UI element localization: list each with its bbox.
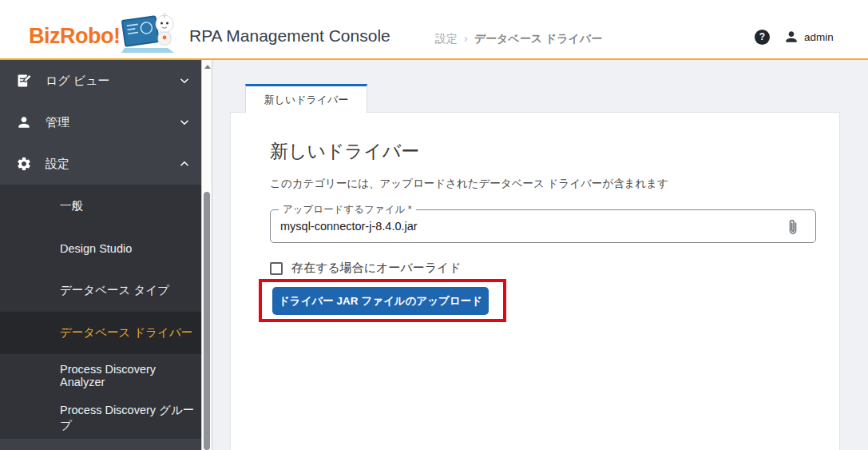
gear-icon — [16, 156, 32, 172]
breadcrumb: 設定›データベース ドライバー — [435, 32, 602, 46]
main-content: 新しいドライバー 新しいドライバー このカテゴリーには、アップロードされたデータ… — [212, 60, 868, 450]
user-name: admin — [804, 31, 834, 43]
user-icon — [16, 114, 32, 130]
sidebar-item-process-discovery-analyzer[interactable]: Process Discovery Analyzer — [0, 354, 201, 396]
scrollbar-up-arrow-icon[interactable] — [204, 65, 211, 69]
override-option[interactable]: 存在する場合にオーバーライド — [270, 261, 462, 276]
sidebar-item-design-studio[interactable]: Design Studio — [0, 227, 201, 269]
breadcrumb-current: データベース ドライバー — [474, 32, 603, 45]
chevron-down-icon — [179, 75, 190, 86]
sidebar-item-process-discovery-groups[interactable]: Process Discovery グループ — [0, 396, 201, 439]
sidebar-item-admin[interactable]: 管理 — [0, 102, 201, 143]
override-checkbox[interactable] — [270, 262, 283, 275]
app-header: BizRobo! RPA Management Console 設定›データベー… — [0, 0, 868, 58]
sidebar-item-label: 管理 — [46, 115, 179, 130]
sidebar-item-settings[interactable]: 設定 — [0, 143, 201, 185]
bizrobo-mascot-image — [118, 11, 180, 56]
chevron-up-icon — [179, 158, 190, 169]
sidebar-item-label: ログ ビュー — [46, 74, 179, 89]
content-panel: 新しいドライバー このカテゴリーには、アップロードされたデータベース ドライバー… — [230, 112, 840, 450]
sidebar-item-label: 設定 — [46, 157, 179, 172]
page-title: 新しいドライバー — [270, 139, 419, 164]
sidebar: ログ ビュー 管理 設定 一般 Design Studio — [0, 60, 201, 450]
category-description: このカテゴリーには、アップロードされたデータベース ドライバーが含まれます — [270, 177, 668, 191]
breadcrumb-parent[interactable]: 設定 — [435, 32, 458, 45]
sidebar-item-database-drivers[interactable]: データベース ドライバー — [0, 312, 201, 354]
sidebar-item-log-view[interactable]: ログ ビュー — [0, 60, 201, 102]
settings-submenu: 一般 Design Studio データベース タイプ データベース ドライバー… — [0, 185, 201, 439]
breadcrumb-separator-icon: › — [464, 32, 468, 45]
rpa-management-console: BizRobo! RPA Management Console 設定›データベー… — [0, 0, 868, 450]
override-checkbox-label: 存在する場合にオーバーライド — [291, 261, 462, 276]
user-icon — [783, 29, 799, 45]
tab-label: 新しいドライバー — [264, 93, 349, 107]
help-icon[interactable]: ? — [755, 30, 770, 45]
paperclip-icon[interactable] — [783, 217, 803, 237]
scrollbar-thumb[interactable] — [204, 192, 210, 450]
sidebar-item-database-types[interactable]: データベース タイプ — [0, 269, 201, 312]
file-field-label: アップロードするファイル * — [279, 203, 416, 217]
sidebar-item-general[interactable]: 一般 — [0, 185, 201, 227]
annotation-highlight-box: ドライバー JAR ファイルのアップロード — [259, 279, 506, 322]
tab-new-driver[interactable]: 新しいドライバー — [245, 84, 367, 113]
chevron-down-icon — [179, 117, 190, 128]
upload-driver-jar-button[interactable]: ドライバー JAR ファイルのアップロード — [272, 287, 489, 315]
file-upload-field[interactable]: アップロードするファイル * — [270, 209, 816, 243]
app-title: RPA Management Console — [189, 26, 390, 46]
bizrobo-logo: BizRobo! — [29, 24, 120, 49]
sidebar-scrollbar[interactable] — [201, 60, 212, 450]
log-view-icon — [16, 73, 32, 89]
file-field-input[interactable] — [280, 220, 759, 233]
